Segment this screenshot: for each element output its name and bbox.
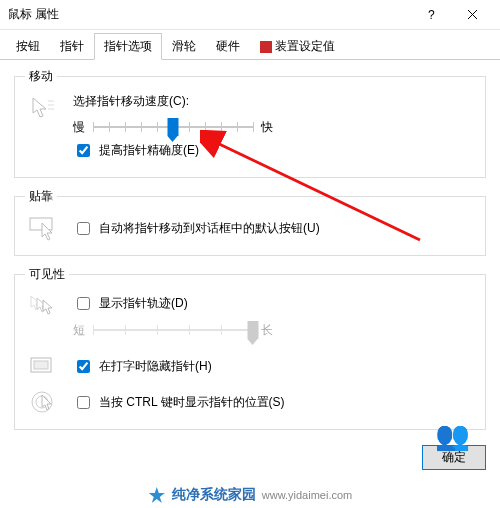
pointer-trails-checkbox[interactable] [77,297,90,310]
ctrl-locate-checkbox[interactable] [77,396,90,409]
window-title: 鼠标 属性 [8,6,412,23]
slow-label: 慢 [73,119,85,136]
help-icon: ? [426,9,438,21]
pointer-speed-slider[interactable] [93,116,253,138]
close-icon [467,9,478,20]
svg-rect-3 [34,361,48,369]
trail-long-label: 长 [261,322,273,339]
group-snap-legend: 贴靠 [25,188,57,205]
snap-to-label: 自动将指针移动到对话框中的默认按钮(U) [99,220,320,237]
hide-typing-label: 在打字时隐藏指针(H) [99,358,212,375]
tab-pointer-options[interactable]: 指针选项 [94,33,162,60]
group-motion: 移动 选择指针移动速度(C): 慢 快 [14,68,486,178]
help-button[interactable]: ? [412,1,452,29]
tab-buttons[interactable]: 按钮 [6,33,50,59]
watermark-brand: 纯净系统家园 [172,486,256,504]
tab-hardware[interactable]: 硬件 [206,33,250,59]
fast-label: 快 [261,119,273,136]
snap-to-checkbox[interactable] [77,222,90,235]
ctrl-locate-label: 当按 CTRL 键时显示指针的位置(S) [99,394,285,411]
svg-text:?: ? [428,9,435,21]
hide-typing-icon [28,353,58,379]
trail-short-label: 短 [73,322,85,339]
tab-wheel[interactable]: 滑轮 [162,33,206,59]
group-visibility-legend: 可见性 [25,266,69,283]
pointer-speed-icon [28,95,58,121]
snap-to-icon [28,215,58,241]
tab-pointers[interactable]: 指针 [50,33,94,59]
pointer-trails-slider [93,319,253,341]
group-snap: 贴靠 自动将指针移动到对话框中的默认按钮(U) [14,188,486,256]
tab-device-settings[interactable]: 装置设定值 [250,33,345,59]
pointer-trails-label: 显示指针轨迹(D) [99,295,188,312]
tab-content: 移动 选择指针移动速度(C): 慢 快 [0,60,500,430]
synaptics-icon [260,41,272,53]
watermark-bg-icon: 👥 [435,419,470,452]
ctrl-locate-icon [28,389,58,415]
svg-rect-1 [30,218,52,230]
watermark: 纯净系统家园 www.yidaimei.com [148,486,352,504]
group-motion-legend: 移动 [25,68,57,85]
enhance-precision-label: 提高指针精确度(E) [99,142,199,159]
title-bar: 鼠标 属性 ? [0,0,500,30]
group-visibility: 可见性 显示指针轨迹(D) 短 [14,266,486,430]
pointer-speed-label: 选择指针移动速度(C): [73,93,475,110]
hide-typing-checkbox[interactable] [77,360,90,373]
watermark-url: www.yidaimei.com [262,489,352,501]
close-button[interactable] [452,1,492,29]
tab-strip: 按钮 指针 指针选项 滑轮 硬件 装置设定值 [0,30,500,60]
pointer-trails-icon [28,293,58,319]
enhance-precision-checkbox[interactable] [77,144,90,157]
watermark-icon [148,486,166,504]
